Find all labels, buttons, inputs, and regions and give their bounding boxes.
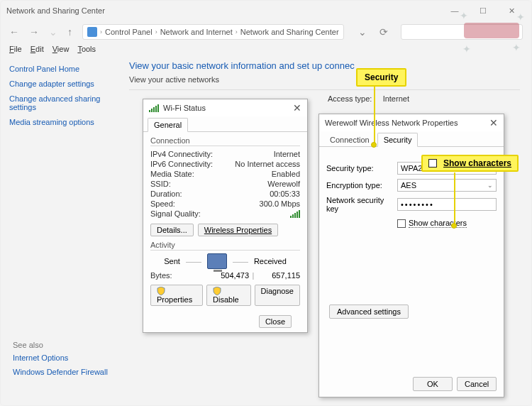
ssid-label: SSID:	[150, 180, 267, 188]
security-key-label: Network security key	[326, 196, 397, 213]
wifi-status-dialog: Wi-Fi Status ✕ General Connection IPv4 C…	[143, 99, 308, 333]
sent-label: Sent	[164, 257, 180, 265]
chevron-icon: ›	[155, 28, 157, 35]
show-characters-checkbox[interactable]	[397, 219, 406, 228]
connection-group-label: Connection	[150, 136, 190, 145]
callout-security: Security	[356, 68, 406, 87]
ipv6-label: IPv6 Connectivity:	[150, 160, 235, 168]
advanced-settings-button[interactable]: Advanced settings	[329, 304, 409, 319]
sidebar-item-sharing[interactable]: Change advanced sharing settings	[9, 94, 126, 111]
recent-dropdown[interactable]: ⌄	[49, 26, 57, 38]
subtitle: View your active networks	[129, 75, 520, 84]
shield-icon	[157, 287, 165, 295]
see-also-section: See also Internet Options Windows Defend…	[13, 339, 108, 382]
wifi-icon	[149, 104, 159, 112]
ssid-value: Werewolf	[267, 180, 300, 188]
access-type-label: Access type:	[328, 94, 372, 103]
duration-value: 00:05:33	[270, 190, 300, 198]
breadcrumb-item[interactable]: Network and Internet	[160, 28, 233, 36]
control-panel-icon	[87, 27, 97, 37]
breadcrumb-item[interactable]: Network and Sharing Center	[240, 28, 339, 36]
refresh-button[interactable]: ⟳	[377, 26, 391, 38]
ok-button[interactable]: OK	[413, 377, 453, 391]
cancel-button[interactable]: Cancel	[457, 377, 497, 391]
window-title: Network and Sharing Center	[6, 6, 105, 15]
menu-tools[interactable]: Tools	[77, 45, 96, 53]
checkbox-icon	[428, 159, 437, 168]
diagnose-button[interactable]: Diagnose	[255, 285, 300, 306]
security-key-input[interactable]: ••••••••	[397, 198, 497, 211]
speed-value: 300.0 Mbps	[260, 199, 300, 208]
encryption-type-select[interactable]: AES⌄	[397, 179, 497, 192]
maximize-button[interactable]: ☐	[469, 6, 497, 16]
duration-label: Duration:	[150, 190, 270, 198]
speed-label: Speed:	[150, 199, 260, 208]
chevron-icon: ›	[235, 28, 238, 35]
ipv6-value: No Internet access	[235, 160, 300, 168]
menu-view[interactable]: View	[52, 45, 70, 53]
see-also-internet-options[interactable]: Internet Options	[13, 353, 108, 362]
minimize-button[interactable]: —	[440, 6, 469, 15]
chevron-icon: ›	[100, 28, 102, 35]
breadcrumb-item[interactable]: Control Panel	[105, 28, 153, 36]
access-type-value: Internet	[383, 94, 409, 103]
callout-line	[374, 86, 375, 143]
callout-dot	[371, 142, 377, 148]
up-button[interactable]: ↑	[67, 26, 72, 38]
encryption-type-label: Encryption type:	[326, 181, 397, 190]
security-type-label: Security type:	[326, 164, 397, 172]
control-panel-home-link[interactable]: Control Panel Home	[9, 65, 126, 73]
received-label: Received	[254, 257, 287, 265]
shield-icon	[213, 287, 221, 295]
details-button[interactable]: Details...	[150, 224, 194, 236]
search-input[interactable]	[401, 24, 523, 40]
sidebar-item-adapter[interactable]: Change adapter settings	[9, 79, 126, 88]
bytes-label: Bytes:	[150, 271, 206, 280]
callout-dot	[451, 223, 457, 229]
properties-close[interactable]: ✕	[489, 117, 498, 128]
forward-button[interactable]: →	[29, 26, 39, 38]
callout-line	[454, 172, 455, 224]
tab-general[interactable]: General	[148, 118, 188, 132]
signal-bars-icon	[290, 209, 300, 218]
chevron-down-icon: ⌄	[487, 182, 493, 189]
show-characters-label[interactable]: Show characters	[409, 219, 467, 228]
computer-icon	[207, 253, 227, 269]
see-also-title: See also	[13, 341, 108, 349]
properties-title: Werewolf Wireless Network Properties	[325, 119, 458, 127]
menu-edit[interactable]: Edit	[31, 45, 44, 53]
ipv4-value: Internet	[274, 150, 300, 158]
media-label: Media State:	[150, 170, 272, 178]
back-button[interactable]: ←	[9, 26, 19, 38]
callout-show-characters: Show characters	[421, 155, 519, 172]
menu-file[interactable]: File	[9, 45, 22, 53]
ipv4-label: IPv4 Connectivity:	[150, 150, 274, 158]
sidebar-item-media[interactable]: Media streaming options	[9, 118, 126, 126]
media-value: Enabled	[272, 170, 300, 178]
see-also-firewall[interactable]: Windows Defender Firewall	[13, 368, 108, 376]
wifi-status-title: Wi-Fi Status	[163, 104, 206, 112]
tab-connection[interactable]: Connection	[323, 133, 376, 147]
activity-group-label: Activity	[150, 241, 175, 249]
sent-bytes: 504,473	[206, 271, 249, 280]
breadcrumb-dropdown[interactable]: ⌄	[358, 26, 367, 38]
disable-button[interactable]: Disable	[206, 285, 250, 306]
received-bytes: 657,115	[257, 271, 300, 280]
close-button[interactable]: ✕	[497, 6, 526, 16]
wireless-properties-button[interactable]: Wireless Properties	[198, 224, 278, 236]
tab-security[interactable]: Security	[377, 133, 419, 147]
properties-button[interactable]: Properties	[150, 285, 203, 306]
page-title: View your basic network information and …	[129, 60, 520, 71]
wifi-close-button[interactable]: Close	[259, 315, 292, 328]
signal-label: Signal Quality:	[150, 209, 290, 219]
breadcrumb[interactable]: › Control Panel › Network and Internet ›…	[82, 24, 344, 40]
wifi-status-close[interactable]: ✕	[293, 102, 301, 114]
